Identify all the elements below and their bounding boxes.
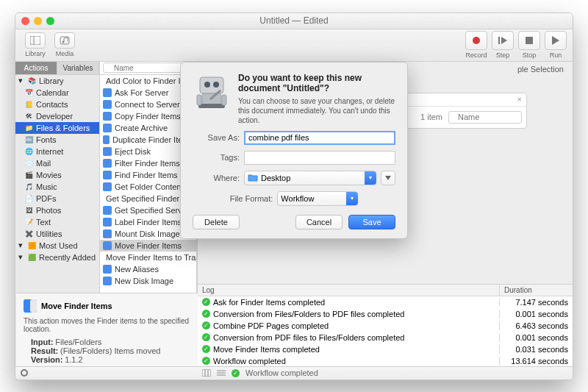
library-item[interactable]: 📒Contacts — [15, 99, 99, 110]
library-item[interactable]: 📄PDFs — [15, 193, 99, 204]
check-icon: ✓ — [202, 310, 210, 318]
library-item[interactable]: 📝Text — [15, 216, 99, 228]
action-list-item[interactable]: Move Finder Items to Trash — [100, 252, 196, 263]
log-panel: Log Duration ✓Ask for Finder Items compl… — [198, 284, 573, 379]
step-button[interactable]: Step — [492, 31, 514, 59]
log-row[interactable]: ✓Combine PDF Pages completed6.463 second… — [198, 320, 573, 332]
library-item-label: Developer — [36, 112, 73, 121]
tags-field[interactable] — [244, 151, 395, 165]
action-icon — [103, 147, 112, 156]
stop-button[interactable]: Stop — [518, 31, 540, 59]
save-button[interactable]: Save — [348, 215, 395, 229]
log-header-log[interactable]: Log — [198, 285, 499, 296]
svg-point-10 — [21, 370, 27, 376]
action-list-item[interactable]: New Disk Image — [100, 275, 196, 287]
library-item[interactable]: 🔤Fonts — [15, 134, 99, 146]
library-item[interactable]: ✉️Mail — [15, 157, 99, 169]
log-row[interactable]: ✓Move Finder Items completed0.031 second… — [198, 343, 573, 355]
columns-icon[interactable] — [202, 369, 211, 377]
record-button[interactable]: Record — [465, 31, 487, 59]
expand-save-panel-button[interactable] — [381, 171, 395, 185]
svg-point-18 — [204, 82, 210, 88]
action-box-close[interactable]: × — [517, 95, 522, 104]
library-item[interactable]: 🎬Movies — [15, 169, 99, 181]
library-item[interactable]: 🛠Developer — [15, 110, 99, 122]
library-item[interactable]: 🌐Internet — [15, 146, 99, 157]
library-toggle-button[interactable]: Library — [21, 32, 49, 57]
library-item-label: Mail — [36, 159, 51, 168]
close-window-button[interactable] — [21, 17, 29, 25]
cancel-button[interactable]: Cancel — [295, 215, 343, 229]
tab-variables[interactable]: Variables — [57, 62, 99, 74]
log-row[interactable]: ✓Ask for Finder Items completed7.147 sec… — [198, 296, 573, 308]
library-item[interactable]: 📁Files & Folders — [15, 122, 99, 134]
chevrons-icon: ▾ — [365, 171, 376, 185]
category-icon: 🌐 — [24, 147, 33, 156]
log-message: Ask for Finder Items completed — [213, 298, 325, 307]
library-item[interactable]: ▾🟩Recently Added — [15, 252, 99, 263]
action-item-label: Mount Disk Image — [115, 229, 180, 238]
sheet-message: You can choose to save your changes, or … — [238, 96, 395, 125]
library-item-label: Recently Added — [39, 253, 96, 262]
library-item[interactable]: ▾📚Library — [15, 75, 99, 87]
library-item[interactable]: ▾🟧Most Used — [15, 240, 99, 252]
action-icon — [103, 171, 112, 179]
library-item[interactable]: ✖️Utilities — [15, 228, 99, 240]
library-item[interactable]: 🖼Photos — [15, 204, 99, 216]
tags-label: Tags: — [193, 153, 240, 162]
action-item-label: Create Archive — [115, 124, 168, 132]
zoom-window-button[interactable] — [46, 17, 54, 25]
tab-actions[interactable]: Actions — [15, 62, 57, 74]
chevrons-icon: ▾ — [346, 192, 358, 205]
action-item-label: Get Folder Contents — [115, 182, 187, 191]
category-icon: 🔤 — [24, 135, 33, 144]
item-count: 1 item — [420, 113, 442, 121]
action-list-item[interactable]: New Aliases — [100, 263, 196, 275]
minimize-window-button[interactable] — [34, 17, 42, 25]
save-as-field[interactable] — [244, 131, 395, 145]
library-tabs: Actions Variables — [15, 62, 99, 75]
library-item-label: Internet — [36, 147, 63, 156]
list-icon[interactable] — [217, 369, 226, 377]
svg-point-19 — [213, 82, 219, 88]
library-item-label: Music — [36, 182, 57, 191]
library-item-label: Calendar — [36, 88, 69, 97]
sheet-heading: Do you want to keep this new document "U… — [238, 73, 395, 93]
library-item-label: Utilities — [36, 229, 62, 238]
action-item-label: Move Finder Items — [115, 241, 182, 250]
finder-icon — [24, 299, 37, 313]
category-icon: 📁 — [24, 124, 33, 132]
library-item[interactable]: 🎵Music — [15, 181, 99, 193]
library-item-label: Movies — [36, 171, 62, 179]
file-format-popup[interactable]: Workflow ▾ — [277, 191, 358, 206]
delete-button[interactable]: Delete — [193, 215, 240, 229]
media-icon — [60, 36, 70, 45]
log-row[interactable]: ✓Workflow completed13.614 seconds — [198, 355, 573, 367]
record-icon — [473, 37, 480, 44]
action-icon — [103, 182, 112, 191]
action-icon — [103, 206, 112, 215]
log-header-duration[interactable]: Duration — [499, 285, 573, 296]
media-button[interactable]: Media — [51, 32, 79, 57]
log-row[interactable]: ✓Conversion from PDF files to Files/Fold… — [198, 332, 573, 343]
window-title: Untitled — Edited — [15, 15, 573, 26]
library-item[interactable]: 📅Calendar — [15, 87, 99, 99]
file-format-label: File Format: — [230, 194, 273, 203]
folder-icon — [248, 174, 258, 182]
gear-icon[interactable] — [20, 368, 29, 377]
category-icon: 🖼 — [24, 206, 33, 215]
action-item-label: Filter Finder Items — [115, 159, 180, 168]
category-icon: 📝 — [24, 218, 33, 227]
log-row[interactable]: ✓Conversion from Files/Folders to PDF fi… — [198, 308, 573, 320]
where-popup[interactable]: Desktop ▾ — [244, 171, 376, 185]
stop-icon — [526, 37, 533, 44]
result-label: Result: — [31, 346, 58, 355]
library-item-label: Photos — [36, 206, 61, 215]
category-icon: 📒 — [24, 100, 33, 109]
category-icon: 🟧 — [27, 241, 36, 250]
run-button[interactable]: Run — [545, 31, 567, 59]
library-item-label: Files & Folders — [36, 124, 90, 132]
action-list-item[interactable]: Move Finder Items — [100, 240, 196, 252]
action-name-filter[interactable] — [448, 111, 522, 124]
svg-rect-0 — [30, 36, 40, 45]
